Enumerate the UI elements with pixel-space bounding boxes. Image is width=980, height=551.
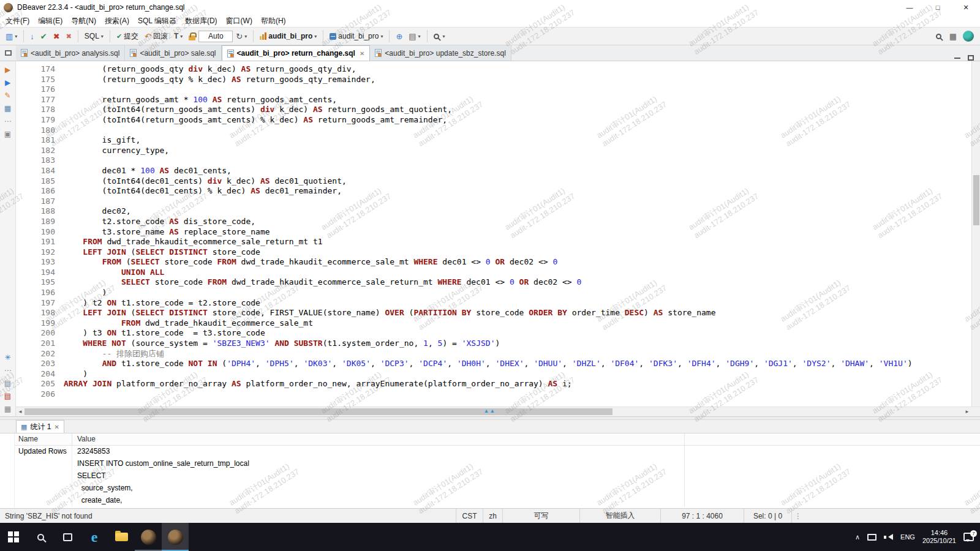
code-line[interactable]: 199 FROM dwd_trade_hkaudit_ecommerce_sal…: [16, 318, 980, 329]
stats-column-name[interactable]: Name: [15, 433, 72, 445]
code-line[interactable]: 176: [16, 84, 980, 95]
document-error-icon[interactable]: ▤: [4, 392, 11, 400]
menu-item-1[interactable]: 文件(F): [1, 15, 34, 27]
restore-panel-button[interactable]: [0, 45, 16, 61]
taskbar-search-button[interactable]: [27, 523, 54, 551]
code-line[interactable]: 206: [16, 389, 980, 400]
code-line[interactable]: 177 return_goods_amt * 100 AS return_goo…: [16, 95, 980, 105]
code-line[interactable]: 203 AND t1.store_code NOT IN ('DPH4', 'D…: [16, 359, 980, 369]
code-line[interactable]: 193 FROM (SELECT store_code FROM dwd_tra…: [16, 257, 980, 268]
lock-button[interactable]: [186, 31, 198, 42]
sql-menu-button[interactable]: SQL ▾: [82, 31, 106, 42]
editor-tab-3[interactable]: <audit_bi_pro> return_change.sql✕: [222, 45, 371, 61]
new-sql-editor-button[interactable]: ▥ ▾: [3, 31, 20, 42]
dbeaver-taskbar-button-2[interactable]: [162, 523, 189, 551]
run-statement-icon[interactable]: ▶: [5, 79, 10, 86]
dbeaver-app-icon[interactable]: [4, 3, 13, 12]
file-explorer-button[interactable]: [108, 523, 135, 551]
volume-icon[interactable]: [884, 533, 893, 541]
horizontal-scrollbar[interactable]: ◄ ▲▲ ►: [16, 407, 980, 416]
code-line[interactable]: 187: [16, 197, 980, 207]
status-caret-position[interactable]: 97 : 1 : 4060: [660, 509, 744, 523]
code-line[interactable]: 181 is_gift,: [16, 135, 980, 146]
menu-item-5[interactable]: SQL 编辑器: [134, 15, 181, 27]
code-line[interactable]: 192 LEFT JOIN (SELECT DISTINCT store_cod…: [16, 247, 980, 258]
code-line[interactable]: 182 currency_type,: [16, 146, 980, 156]
commit-button[interactable]: ✔ 提交: [114, 30, 141, 43]
code-line[interactable]: 174 (return_goods_qty div k_dec) AS retu…: [16, 64, 980, 75]
result-grid-icon[interactable]: ▦: [4, 105, 11, 112]
stats-column-value[interactable]: Value: [72, 433, 685, 445]
edit-sql-icon[interactable]: ✎: [4, 92, 10, 99]
code-line[interactable]: 184 dec01 * 100 AS dec01_cents,: [16, 166, 980, 176]
touch-keyboard-icon[interactable]: [867, 534, 876, 541]
code-line[interactable]: 201 WHERE NOT (source_system = 'SBZE3_NE…: [16, 339, 980, 349]
vertical-scroll-thumb[interactable]: [973, 175, 979, 225]
schema-selector[interactable]: audit_bi_pro ▾: [327, 31, 385, 42]
scroll-markers-icon[interactable]: ▲▲: [483, 408, 496, 414]
more-dots-icon[interactable]: ⋯: [4, 367, 12, 374]
code-line[interactable]: 183: [16, 156, 980, 166]
code-line[interactable]: 205ARRAY JOIN platform_order_no_array AS…: [16, 379, 980, 389]
input-language[interactable]: ENG: [900, 533, 915, 541]
vertical-scrollbar[interactable]: [971, 61, 980, 407]
auto-commit-select[interactable]: Auto: [198, 31, 233, 42]
horizontal-scroll-thumb[interactable]: [24, 408, 612, 415]
navigate-button[interactable]: ⊕: [393, 31, 405, 42]
stats-row-3[interactable]: SELECT: [15, 470, 980, 482]
code-line[interactable]: 202 -- 排除团购店铺: [16, 349, 980, 359]
maximize-view-icon[interactable]: [968, 55, 974, 61]
task-view-button[interactable]: [54, 523, 81, 551]
code-line[interactable]: 197 ) t2 ON t1.store_code = t2.store_cod…: [16, 298, 980, 309]
status-writable[interactable]: 可写: [502, 509, 579, 523]
edge-browser-button[interactable]: e: [81, 523, 108, 551]
code-line[interactable]: 194 UNION ALL: [16, 268, 980, 278]
code-line[interactable]: 175 (return_goods_qty % k_dec) AS return…: [16, 75, 980, 85]
stats-tab-close-icon[interactable]: ✕: [54, 424, 59, 430]
stats-row-4[interactable]: source_system,: [15, 482, 980, 495]
code-line[interactable]: 180: [16, 126, 980, 136]
document-icon[interactable]: ▤: [4, 380, 11, 387]
menu-item-7[interactable]: 窗口(W): [222, 15, 257, 27]
status-timezone[interactable]: CST: [456, 509, 483, 523]
status-insert-mode[interactable]: 智能插入: [579, 509, 660, 523]
code-line[interactable]: 188 dec02,: [16, 206, 980, 217]
cancel-all-button[interactable]: ✖: [64, 31, 74, 42]
editor-tab-1[interactable]: <audit_bi_pro> analysis.sql: [16, 45, 125, 61]
code-line[interactable]: 198 LEFT JOIN (SELECT DISTINCT store_cod…: [16, 308, 980, 318]
code-line[interactable]: 190 t3.store_name AS replace_store_name: [16, 227, 980, 238]
code-line[interactable]: 191 FROM dwd_trade_hkaudit_ecommerce_sal…: [16, 237, 980, 247]
execute-check-button[interactable]: ✔: [38, 31, 50, 42]
panel-icon[interactable]: ▣: [4, 130, 11, 138]
grid-icon[interactable]: ▦: [4, 405, 11, 413]
tab-close-icon[interactable]: ✕: [360, 50, 364, 57]
menu-item-6[interactable]: 数据库(D): [181, 15, 222, 27]
minimize-view-icon[interactable]: [954, 58, 960, 59]
start-button[interactable]: [0, 523, 27, 551]
rollback-button[interactable]: ↶ 回滚: [142, 30, 170, 43]
export-button[interactable]: ▤ ▾: [406, 31, 423, 42]
quick-search-icon[interactable]: [936, 34, 941, 39]
transaction-mode-button[interactable]: T ▾: [172, 31, 185, 42]
stats-tab[interactable]: ▦ 统计 1 ✕: [16, 420, 64, 433]
status-selection[interactable]: Sel: 0 | 0: [744, 509, 791, 523]
menu-item-2[interactable]: 编辑(E): [34, 15, 67, 27]
code-line[interactable]: 196 ): [16, 288, 980, 298]
connection-selector[interactable]: audit_bi_pro ▾: [257, 31, 319, 42]
tray-expand-icon[interactable]: ∧: [855, 533, 860, 541]
menu-item-3[interactable]: 导航(N): [67, 15, 100, 27]
run-script-icon[interactable]: ▶: [5, 66, 10, 73]
code-area[interactable]: 174 (return_goods_qty div k_dec) AS retu…: [16, 61, 980, 407]
code-line[interactable]: 185 (toInt64(dec01_cents) div k_dec) AS …: [16, 176, 980, 187]
code-line[interactable]: 200 ) t3 ON t1.store_code = t3.store_cod…: [16, 328, 980, 339]
settings-icon[interactable]: ✳: [4, 354, 10, 361]
code-line[interactable]: 204 ): [16, 369, 980, 380]
perspective-icon[interactable]: ▦: [949, 32, 957, 40]
status-language[interactable]: zh: [483, 509, 502, 523]
search-menu-button[interactable]: ▾: [431, 32, 448, 40]
code-line[interactable]: 179 (toInt64(return_goods_amt_cents) % k…: [16, 115, 980, 126]
menu-item-4[interactable]: 搜索(A): [100, 15, 134, 27]
scroll-right-icon[interactable]: ►: [963, 407, 971, 416]
taskbar-clock[interactable]: 14:46 2025/10/21: [922, 529, 956, 545]
code-line[interactable]: 189 t2.store_code AS dis_store_code,: [16, 217, 980, 227]
